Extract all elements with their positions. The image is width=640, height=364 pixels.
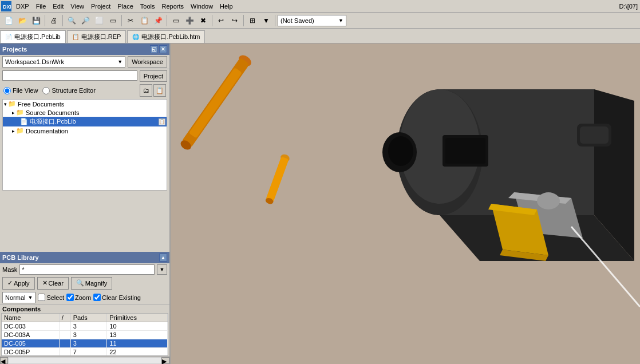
- magnify-glass-icon: 🔍: [76, 279, 84, 287]
- viewport: [171, 43, 640, 364]
- tree-source-docs[interactable]: ▸ 📁 Source Documents: [3, 108, 167, 117]
- open-btn[interactable]: 📂: [16, 14, 29, 27]
- clear-existing-checkbox[interactable]: [93, 294, 101, 301]
- menu-reports[interactable]: Reports: [158, 2, 187, 11]
- table-row[interactable]: DC-005P 7 22: [2, 347, 168, 356]
- magnify-button[interactable]: 🔍 Magnify: [71, 277, 113, 290]
- menu-window[interactable]: Window: [187, 2, 216, 11]
- projects-search-row: Project: [0, 69, 169, 83]
- clear-button[interactable]: ✕ Clear: [37, 277, 69, 290]
- table-row[interactable]: DC-005 3 11: [2, 339, 168, 347]
- menu-help[interactable]: Help: [216, 2, 236, 11]
- tree-spacer: [0, 192, 169, 252]
- zoom-checkbox-label[interactable]: Zoom: [66, 294, 91, 301]
- free-docs-toggle-icon[interactable]: ▾: [4, 101, 7, 107]
- select-rect-btn[interactable]: ▭: [169, 14, 182, 27]
- menu-dxp[interactable]: DXP: [13, 2, 33, 11]
- select-checkbox[interactable]: [38, 294, 45, 301]
- undo-btn[interactable]: ↩: [215, 14, 227, 27]
- zoom-fit-btn[interactable]: ⬜: [93, 14, 105, 27]
- normal-dropdown[interactable]: Normal ▼: [2, 292, 35, 303]
- svg-text:DXP: DXP: [3, 4, 11, 10]
- menu-tools[interactable]: Tools: [137, 2, 159, 11]
- menu-file[interactable]: File: [33, 2, 50, 11]
- structure-editor-radio-label[interactable]: Structure Editor: [42, 87, 95, 94]
- zoom-in-btn[interactable]: 🔍: [65, 14, 78, 27]
- menu-view[interactable]: View: [67, 2, 88, 11]
- free-docs-label: Free Documents: [18, 101, 64, 108]
- documentation-label: Documentation: [26, 128, 68, 134]
- not-saved-dropdown[interactable]: (Not Saved) ▼: [278, 15, 346, 26]
- free-docs-folder-icon: 📁: [8, 100, 16, 108]
- source-docs-label: Source Documents: [26, 109, 80, 116]
- projects-float-btn[interactable]: ◱: [150, 45, 158, 53]
- workspace-button[interactable]: Workspace: [128, 56, 167, 68]
- menu-place[interactable]: Place: [114, 2, 137, 11]
- dropdown-arrow-icon: ▼: [338, 18, 343, 23]
- app-logo: DXP: [1, 1, 11, 11]
- paste-btn[interactable]: 📌: [152, 14, 164, 27]
- view-btn-2[interactable]: 📋: [153, 84, 166, 97]
- projects-search-input[interactable]: [2, 70, 137, 81]
- cell-primitives: 11: [107, 339, 168, 347]
- file-view-radio-label[interactable]: File View: [3, 87, 38, 94]
- file-view-radio[interactable]: [3, 87, 11, 94]
- zoom-checkbox[interactable]: [66, 294, 74, 301]
- pcblib-file-icon: 📄: [20, 118, 28, 125]
- table-row[interactable]: DC-003A 3 13: [2, 330, 168, 339]
- mask-input[interactable]: [19, 264, 155, 275]
- workspace-dropdown[interactable]: Workspace1.DsnWrk ▼: [2, 56, 125, 68]
- add-btn[interactable]: ➕: [183, 14, 196, 27]
- cut-btn[interactable]: ✂: [124, 14, 137, 27]
- pcblib-badge: 📋: [159, 118, 165, 125]
- cell-primitives: 10: [107, 322, 168, 330]
- new-btn[interactable]: 📄: [2, 14, 15, 27]
- col-header-name[interactable]: Name: [2, 314, 59, 322]
- scroll-left-btn[interactable]: ◀: [0, 357, 8, 364]
- tree-documentation[interactable]: ▸ 📁 Documentation: [3, 126, 167, 135]
- tab-rep[interactable]: 📋 电源接口.REP: [67, 30, 127, 43]
- tree-pcblib-file[interactable]: 📄 电源接口.PcbLib 📋: [3, 117, 167, 126]
- col-header-pads[interactable]: Pads: [70, 314, 107, 322]
- apply-button[interactable]: ✓ Apply: [2, 277, 35, 290]
- view-btn-1[interactable]: 🗂: [140, 84, 152, 97]
- zoom-area-btn[interactable]: ▭: [106, 14, 119, 27]
- print-btn[interactable]: 🖨: [48, 14, 60, 27]
- zoom-out-btn[interactable]: 🔎: [79, 14, 92, 27]
- redo-btn[interactable]: ↪: [228, 14, 241, 27]
- cell-name: DC-005P: [2, 347, 59, 356]
- grid-btn[interactable]: ⊞: [246, 14, 259, 27]
- clear-existing-checkbox-label[interactable]: Clear Existing: [93, 294, 141, 301]
- scroll-right-btn[interactable]: ▶: [161, 357, 169, 364]
- toolbar-sep1: [45, 15, 45, 26]
- tree-free-docs[interactable]: ▾ 📁 Free Documents: [3, 100, 167, 108]
- cell-pads: 7: [70, 347, 107, 356]
- table-scrollbar[interactable]: ◀ ▶: [0, 356, 169, 364]
- menu-edit[interactable]: Edit: [49, 2, 67, 11]
- table-row[interactable]: DC-003 3 10: [2, 322, 168, 330]
- documentation-toggle-icon[interactable]: ▸: [12, 128, 15, 134]
- grid-arrow-btn[interactable]: ▼: [260, 14, 272, 27]
- projects-toolbar: Workspace1.DsnWrk ▼ Workspace: [0, 55, 169, 69]
- col-header-sort[interactable]: /: [59, 314, 70, 322]
- projects-close-btn[interactable]: ✕: [159, 45, 167, 53]
- copy-btn[interactable]: 📋: [138, 14, 151, 27]
- select-checkbox-label[interactable]: Select: [38, 294, 64, 301]
- tab-pcblib[interactable]: 📄 电源接口.PcbLib: [0, 30, 66, 43]
- project-button[interactable]: Project: [140, 70, 167, 82]
- source-docs-toggle-icon[interactable]: ▸: [12, 110, 15, 116]
- apply-label: Apply: [14, 280, 30, 287]
- tab-htm[interactable]: 🌐 电源接口.PcbLib.htm: [127, 30, 205, 43]
- minus-btn[interactable]: ✖: [197, 14, 210, 27]
- menu-project[interactable]: Project: [88, 2, 114, 11]
- structure-editor-radio[interactable]: [42, 87, 50, 94]
- mask-dropdown-btn[interactable]: ▼: [157, 264, 167, 275]
- scroll-track[interactable]: [8, 357, 161, 364]
- save-btn[interactable]: 💾: [30, 14, 42, 27]
- col-header-primitives[interactable]: Primitives: [107, 314, 168, 322]
- apply-check-icon: ✓: [7, 279, 13, 287]
- pcb-library-title: PCB Library: [2, 254, 159, 261]
- components-table-wrap[interactable]: Name / Pads Primitives DC-003 3 10 DC-00…: [1, 313, 168, 357]
- pcb-expand-btn[interactable]: ▲: [159, 254, 167, 262]
- projects-radio-row: File View Structure Editor 🗂 📋: [0, 83, 169, 98]
